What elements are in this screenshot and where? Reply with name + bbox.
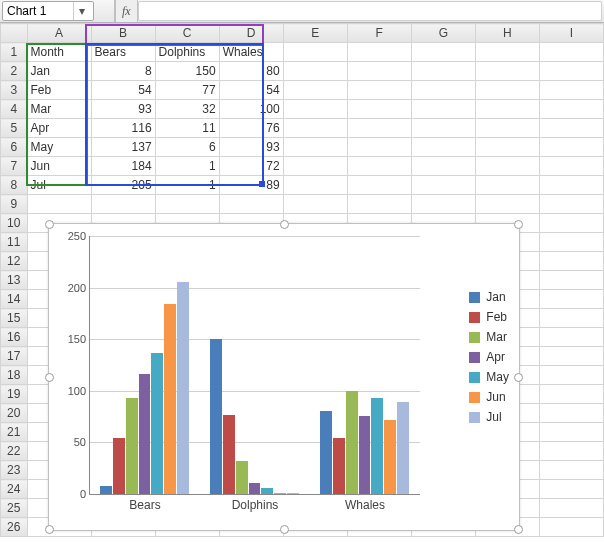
cell[interactable] xyxy=(539,157,603,176)
cell[interactable]: 11 xyxy=(155,119,219,138)
chart-bar[interactable] xyxy=(274,493,286,494)
cell[interactable]: 72 xyxy=(219,157,283,176)
row-header[interactable]: 1 xyxy=(1,43,28,62)
cell[interactable] xyxy=(539,309,603,328)
cell[interactable] xyxy=(475,195,539,214)
chart-bar[interactable] xyxy=(223,415,235,494)
cell[interactable] xyxy=(283,176,347,195)
column-header[interactable]: F xyxy=(347,24,411,43)
cell[interactable] xyxy=(347,195,411,214)
cell[interactable]: 93 xyxy=(219,138,283,157)
cell[interactable] xyxy=(539,81,603,100)
row-header[interactable]: 14 xyxy=(1,290,28,309)
cell[interactable] xyxy=(539,214,603,233)
cell[interactable] xyxy=(283,157,347,176)
row-header[interactable]: 4 xyxy=(1,100,28,119)
cell[interactable]: 89 xyxy=(219,176,283,195)
cell[interactable] xyxy=(539,119,603,138)
chart-bar[interactable] xyxy=(320,411,332,494)
chart-bar[interactable] xyxy=(397,402,409,494)
row-header[interactable]: 11 xyxy=(1,233,28,252)
row-header[interactable]: 21 xyxy=(1,423,28,442)
column-header[interactable]: E xyxy=(283,24,347,43)
cell[interactable] xyxy=(411,138,475,157)
fx-icon[interactable]: fx xyxy=(115,0,138,22)
cell[interactable] xyxy=(539,62,603,81)
chart-bar[interactable] xyxy=(261,488,273,494)
cell[interactable] xyxy=(539,442,603,461)
column-header[interactable]: H xyxy=(475,24,539,43)
cell[interactable]: Whales xyxy=(219,43,283,62)
cell[interactable] xyxy=(411,119,475,138)
cell[interactable] xyxy=(155,195,219,214)
cell[interactable] xyxy=(347,119,411,138)
cell[interactable]: Apr xyxy=(27,119,91,138)
name-box-dropdown-icon[interactable]: ▾ xyxy=(73,2,90,20)
cell[interactable] xyxy=(539,404,603,423)
cell[interactable] xyxy=(539,43,603,62)
cell[interactable] xyxy=(539,195,603,214)
cell[interactable] xyxy=(539,138,603,157)
cell[interactable]: 80 xyxy=(219,62,283,81)
row-header[interactable]: 18 xyxy=(1,366,28,385)
row-header[interactable]: 19 xyxy=(1,385,28,404)
cell[interactable] xyxy=(475,81,539,100)
cell[interactable] xyxy=(539,176,603,195)
chart-bar[interactable] xyxy=(287,493,299,494)
cell[interactable] xyxy=(539,347,603,366)
cell[interactable] xyxy=(283,62,347,81)
cell[interactable]: 205 xyxy=(91,176,155,195)
row-header[interactable]: 22 xyxy=(1,442,28,461)
cell[interactable]: 32 xyxy=(155,100,219,119)
chart-bar[interactable] xyxy=(333,438,345,494)
cell[interactable] xyxy=(411,81,475,100)
cell[interactable]: 6 xyxy=(155,138,219,157)
cell[interactable] xyxy=(539,480,603,499)
row-header[interactable]: 7 xyxy=(1,157,28,176)
chart-legend-item[interactable]: May xyxy=(469,370,509,384)
cell[interactable]: 93 xyxy=(91,100,155,119)
cell[interactable] xyxy=(539,423,603,442)
cell[interactable]: Jan xyxy=(27,62,91,81)
cell[interactable]: 8 xyxy=(91,62,155,81)
cell[interactable] xyxy=(475,176,539,195)
row-header[interactable]: 10 xyxy=(1,214,28,233)
cell[interactable]: 100 xyxy=(219,100,283,119)
cell[interactable] xyxy=(475,62,539,81)
chart-bar[interactable] xyxy=(100,486,112,494)
cell[interactable] xyxy=(411,43,475,62)
cell[interactable]: 54 xyxy=(219,81,283,100)
column-header[interactable]: B xyxy=(91,24,155,43)
cell[interactable] xyxy=(91,195,155,214)
cell[interactable]: Month xyxy=(27,43,91,62)
cell[interactable]: Mar xyxy=(27,100,91,119)
cell[interactable]: Dolphins xyxy=(155,43,219,62)
cell[interactable] xyxy=(411,157,475,176)
row-header[interactable]: 26 xyxy=(1,518,28,537)
row-header[interactable]: 12 xyxy=(1,252,28,271)
chart-bar[interactable] xyxy=(249,483,261,494)
cell[interactable] xyxy=(539,233,603,252)
cell[interactable] xyxy=(539,100,603,119)
chart-legend[interactable]: JanFebMarAprMayJunJul xyxy=(469,284,509,430)
cell[interactable] xyxy=(411,176,475,195)
formula-input[interactable] xyxy=(138,1,602,21)
chart-bar[interactable] xyxy=(164,304,176,494)
chart-legend-item[interactable]: Apr xyxy=(469,350,509,364)
cell[interactable] xyxy=(347,100,411,119)
row-header[interactable]: 5 xyxy=(1,119,28,138)
name-box[interactable]: ▾ xyxy=(2,1,94,21)
cell[interactable] xyxy=(283,138,347,157)
row-header[interactable]: 9 xyxy=(1,195,28,214)
cell[interactable] xyxy=(475,157,539,176)
cell[interactable]: Jun xyxy=(27,157,91,176)
row-header[interactable]: 17 xyxy=(1,347,28,366)
cell[interactable] xyxy=(475,100,539,119)
cell[interactable] xyxy=(539,385,603,404)
chart-legend-item[interactable]: Jan xyxy=(469,290,509,304)
cell[interactable]: 54 xyxy=(91,81,155,100)
cell[interactable]: 137 xyxy=(91,138,155,157)
row-header[interactable]: 6 xyxy=(1,138,28,157)
row-header[interactable]: 8 xyxy=(1,176,28,195)
cell[interactable] xyxy=(475,43,539,62)
